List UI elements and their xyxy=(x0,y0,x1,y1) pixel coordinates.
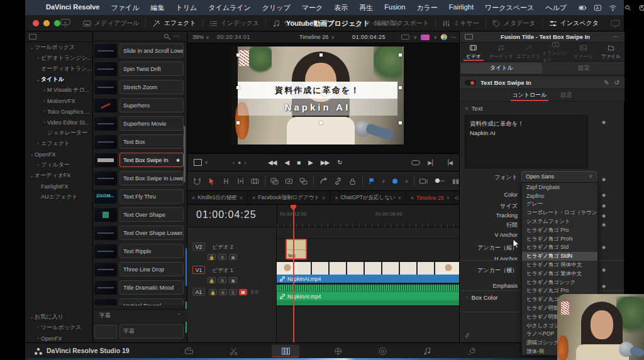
subtab-0[interactable]: タイトル xyxy=(461,63,542,74)
sidebar-item--[interactable]: ⌄ツールボックス xyxy=(25,42,92,53)
loop-button[interactable]: ↻ xyxy=(337,159,341,166)
marker-tool-button[interactable] xyxy=(391,177,400,185)
toolbar-right-quick-export[interactable]: クイックエクスポート xyxy=(347,15,435,31)
chevron-down-icon[interactable]: ∨ xyxy=(240,195,243,200)
effect-item-12[interactable]: Three Line Drop xyxy=(93,260,187,278)
viewer-viewport[interactable]: 資料作成に革命を！ Napkin AI xyxy=(187,43,459,153)
font-option-0[interactable]: Zapf Dingbats xyxy=(522,183,597,192)
keyframe-pen-icon[interactable]: ✐ xyxy=(464,331,471,341)
effect-item-7[interactable]: Text Box Swipe In Lowe... xyxy=(93,169,187,187)
transform-center-handle[interactable] xyxy=(321,89,329,97)
transform-mode-icon[interactable] xyxy=(194,159,202,166)
timeline-tab-0[interactable]: ×Kindle1位の秘密∨ xyxy=(187,191,248,205)
page-color-button[interactable] xyxy=(376,345,389,357)
keyframe-diamond-icon[interactable]: ◆ xyxy=(602,283,606,289)
more-options-icon[interactable]: ⋯ xyxy=(451,34,457,40)
inspector-tab-0[interactable]: ビデオ xyxy=(460,43,487,61)
page-fusion-button[interactable] xyxy=(331,345,344,357)
menu-item-5[interactable]: クリップ xyxy=(257,3,296,13)
menu-item-6[interactable]: マーク xyxy=(296,3,329,13)
menu-item-8[interactable]: 再生 xyxy=(353,3,379,13)
replace-clip-tool-button[interactable] xyxy=(299,177,308,185)
stop-button[interactable]: ■ xyxy=(297,159,300,166)
track-header-v2[interactable]: V2 ビデオ 2 🔒 ⧉ ▣ xyxy=(187,240,277,260)
font-option-2[interactable]: グレー xyxy=(522,200,597,209)
step-back-button[interactable]: ◀ xyxy=(284,159,289,166)
keyframe-diamond-icon[interactable]: ◆ xyxy=(602,213,606,219)
effect-item-2[interactable]: Stretch Zoom xyxy=(93,78,187,96)
chevron-down-icon[interactable]: ∨ xyxy=(398,195,401,200)
page-deliver-button[interactable] xyxy=(465,345,478,357)
toolbar-right-metadata[interactable]: メタデータ xyxy=(486,15,542,31)
sidebar-item--[interactable]: ⌄タイトル xyxy=(25,74,92,85)
page-fairlight-button[interactable] xyxy=(421,345,433,357)
cursor-monitor-icon[interactable] xyxy=(60,18,70,30)
font-option-8[interactable]: ヒラギノ角ゴ StdN xyxy=(522,252,597,261)
mute-button[interactable]: M xyxy=(239,289,247,295)
chevron-down-icon[interactable]: ∨ xyxy=(405,178,409,184)
track-v2-badge[interactable]: V2 xyxy=(192,243,205,251)
sidebar-item-video-editor-st-[interactable]: ›Video Editor St... xyxy=(25,117,92,128)
lock-icon[interactable]: 🔒 xyxy=(209,289,217,295)
menu-item-right-3[interactable]: ワークスペース xyxy=(479,3,540,13)
chevron-down-icon[interactable]: ∨ xyxy=(382,178,386,184)
timeline-tab-2[interactable]: ×ChatGPTが反応しない∨ xyxy=(330,191,406,205)
link-tool-button[interactable] xyxy=(333,177,343,185)
search-icon[interactable] xyxy=(164,34,169,38)
color-viewer-icon[interactable] xyxy=(441,34,447,40)
input-source-icon[interactable]: A xyxy=(594,4,602,11)
font-select[interactable]: Open Sans ∨ xyxy=(521,171,597,182)
menu-item-right-4[interactable]: ヘルプ xyxy=(540,3,572,13)
enable-toggle[interactable] xyxy=(465,80,476,85)
safe-area-icon[interactable] xyxy=(401,35,409,40)
inspector-tab-3[interactable]: トランジション xyxy=(542,43,570,61)
toolbar-left-index[interactable]: インデックス xyxy=(203,15,265,31)
keyframe-diamond-icon[interactable]: ◆ xyxy=(602,203,606,209)
loop-range-icon[interactable] xyxy=(411,160,420,165)
effect-item-1[interactable]: Spin Twist Drift xyxy=(93,60,187,78)
inspector-tab-4[interactable]: イメージ xyxy=(570,43,597,61)
minimize-window-button[interactable] xyxy=(43,20,50,26)
solo-button[interactable]: S xyxy=(229,289,237,295)
effect-item-5[interactable]: Text Box xyxy=(93,133,187,151)
timeline-tab-1[interactable]: ×Facebook強制ログアウト∨ xyxy=(248,191,330,205)
sidebar-item-toko-graphics-[interactable]: ›Toko Graphics ... xyxy=(25,106,92,117)
auto-select-icon[interactable]: ⧉ xyxy=(218,254,226,260)
selection-handle[interactable] xyxy=(399,53,402,57)
next-clip-button[interactable]: ▶▶ xyxy=(321,159,329,166)
toolbar-right-mixer[interactable]: ミキサー xyxy=(436,15,486,31)
inspector-tab-5[interactable]: ファイル xyxy=(597,43,625,61)
timeline-zoom-slider[interactable] xyxy=(437,180,445,182)
font-option-1[interactable]: Zapfino xyxy=(522,192,597,200)
font-option-4[interactable]: システムフォント xyxy=(522,217,597,226)
effect-item-11[interactable]: Text Ripple xyxy=(93,242,187,260)
sidebar-item-au-[interactable]: AUエフェクト xyxy=(25,192,92,202)
timeline-tab-3[interactable]: ×Timeline 26∨ xyxy=(406,191,455,205)
caption-section-header[interactable]: 字幕 ⌃ xyxy=(93,309,187,322)
sidebar-item--[interactable]: ⌄お気に入り xyxy=(25,312,93,322)
chevron-down-icon[interactable]: ∨ xyxy=(322,195,325,200)
disable-track-icon[interactable]: ▣ xyxy=(229,254,237,260)
keyframe-diamond-icon[interactable]: ◆ xyxy=(602,177,606,182)
title-clip[interactable]: Text xyxy=(286,239,307,259)
timeline-ruler[interactable]: 01:00:12:0001:00:28:00 xyxy=(277,205,459,227)
chevron-down-icon[interactable]: ∨ xyxy=(204,160,208,165)
subtab-1[interactable]: 設定 xyxy=(543,62,625,75)
reset-icon[interactable]: ↺ xyxy=(614,79,619,86)
timeline-select[interactable]: Timeline 26 ∨ xyxy=(299,34,335,40)
clean-feed-icon[interactable] xyxy=(611,19,620,30)
snap-tool-button[interactable] xyxy=(192,177,202,185)
overwrite-clip-tool-button[interactable] xyxy=(284,177,294,185)
effects-scrollbar[interactable] xyxy=(184,126,186,182)
page-cut-button[interactable] xyxy=(227,345,240,357)
sidebar-item--[interactable]: ›ツールボックス xyxy=(25,322,93,333)
selection-handle[interactable] xyxy=(236,121,240,124)
lock-tool-button[interactable] xyxy=(348,177,357,185)
menu-item-1[interactable]: ファイル xyxy=(105,3,145,13)
close-icon[interactable]: × xyxy=(335,195,338,201)
track-header-v1[interactable]: V1 ビデオ 1 🔒 ⧉ ▣ xyxy=(187,263,277,283)
sidebar-item--[interactable]: オーディオトラン... xyxy=(25,63,92,74)
zoom-slider-handle[interactable] xyxy=(435,178,440,183)
razor-tool-button[interactable] xyxy=(250,177,260,185)
toolbar-left-effects[interactable]: エフェクト xyxy=(146,15,202,31)
